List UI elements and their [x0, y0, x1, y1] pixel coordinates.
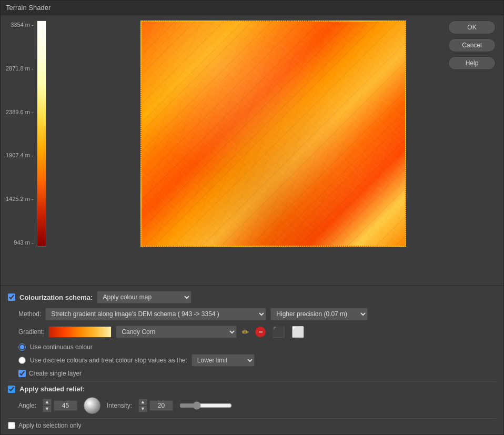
angle-label: Angle: — [18, 402, 36, 409]
preview-area — [116, 15, 440, 285]
import-gradient-button[interactable]: ⬛ — [271, 325, 286, 339]
remove-gradient-button[interactable]: − — [254, 326, 267, 338]
angle-input[interactable] — [54, 400, 77, 411]
import-icon: ⬛ — [272, 326, 285, 338]
method-row: Method: Stretch gradient along image's D… — [18, 308, 496, 320]
intensity-input[interactable] — [149, 400, 173, 411]
color-scale: 3354 m - 2871.8 m - 2389.6 m - 1907.4 m … — [6, 21, 116, 247]
discrete-label: Use discrete colours and treat colour st… — [30, 357, 187, 364]
shaded-relief-label: Apply shaded relief: — [19, 385, 85, 393]
discrete-radio-row: Use discrete colours and treat colour st… — [18, 354, 496, 367]
angle-arrows: ▲ ▼ — [43, 399, 52, 412]
scale-label-4: 1425.2 m - — [6, 196, 34, 202]
right-panel: OK Cancel Help — [440, 15, 503, 285]
scale-label-2: 2389.6 m - — [6, 109, 34, 115]
scale-bar — [37, 21, 46, 247]
divider — [8, 381, 496, 382]
terrain-shader-window: Terrain Shader 3354 m - 2871.8 m - 2389.… — [0, 0, 504, 435]
shaded-relief-header: Apply shaded relief: — [8, 385, 496, 393]
divider2 — [8, 418, 496, 419]
gradient-preview — [48, 326, 112, 338]
intensity-up[interactable]: ▲ — [138, 399, 147, 406]
method-label: Method: — [18, 310, 41, 318]
single-layer-label: Create single layer — [29, 370, 82, 377]
pencil-icon: ✏ — [242, 327, 249, 337]
main-content: 3354 m - 2871.8 m - 2389.6 m - 1907.4 m … — [1, 15, 503, 285]
intensity-down[interactable]: ▼ — [138, 406, 147, 412]
ok-button[interactable]: OK — [448, 21, 496, 34]
lower-limit-select[interactable]: Lower limit Upper limit Exact value — [191, 354, 255, 367]
edit-gradient-button[interactable]: ✏ — [241, 326, 250, 338]
left-panel: 3354 m - 2871.8 m - 2389.6 m - 1907.4 m … — [1, 15, 116, 285]
scale-label-0: 3354 m - — [6, 22, 34, 28]
method-select[interactable]: Stretch gradient along image's DEM schem… — [45, 308, 266, 320]
scale-label-3: 1907.4 m - — [6, 152, 34, 158]
minus-red-icon: − — [255, 327, 266, 337]
single-layer-row: Create single layer — [18, 370, 496, 377]
precision-select[interactable]: Higher precision (0.07 m) Lower precisio… — [270, 308, 368, 320]
angle-up[interactable]: ▲ — [43, 399, 52, 406]
export-gradient-button[interactable]: ⬜ — [290, 325, 306, 339]
shaded-relief-checkbox[interactable] — [8, 386, 15, 393]
title-bar: Terrain Shader — [1, 1, 503, 15]
window-title: Terrain Shader — [6, 4, 51, 12]
colourization-header: Colourization schema: Apply colour map S… — [8, 291, 496, 304]
single-layer-checkbox[interactable] — [18, 370, 26, 377]
intensity-slider-container — [179, 401, 232, 410]
gradient-select[interactable]: Candy Corn Hot Rainbow Greyscale — [116, 326, 237, 338]
apply-selection-checkbox[interactable] — [8, 422, 15, 429]
scale-labels: 3354 m - 2871.8 m - 2389.6 m - 1907.4 m … — [6, 21, 34, 247]
direction-ball — [84, 397, 100, 414]
discrete-radio[interactable] — [18, 357, 26, 364]
gradient-row: Gradient: Candy Corn Hot Rainbow Greysca… — [18, 325, 496, 339]
colourization-label: Colourization schema: — [19, 294, 93, 301]
angle-down[interactable]: ▼ — [43, 406, 52, 412]
continuous-label: Use continuous colour — [30, 343, 93, 351]
intensity-slider[interactable] — [179, 401, 232, 410]
scale-label-1: 2871.8 m - — [6, 65, 34, 72]
terrain-inner — [142, 22, 405, 246]
angle-intensity-row: Angle: ▲ ▼ Intensity: ▲ ▼ — [18, 397, 496, 414]
intensity-label: Intensity: — [107, 402, 132, 409]
selection-row: Apply to selection only — [8, 422, 496, 429]
colourization-checkbox[interactable] — [8, 294, 15, 301]
apply-selection-label: Apply to selection only — [18, 422, 81, 429]
export-icon: ⬜ — [291, 326, 305, 338]
colourization-schema-select[interactable]: Apply colour map Single colour Pseudocol… — [97, 291, 191, 304]
terrain-preview — [140, 21, 406, 247]
continuous-radio[interactable] — [18, 343, 26, 351]
angle-spinner: ▲ ▼ — [43, 399, 77, 412]
scale-label-5: 943 m - — [6, 239, 34, 246]
intensity-spinner: ▲ ▼ — [138, 399, 173, 412]
gradient-label: Gradient: — [18, 328, 44, 336]
controls-panel: Colourization schema: Apply colour map S… — [1, 285, 503, 434]
continuous-radio-row: Use continuous colour — [18, 343, 496, 351]
intensity-arrows: ▲ ▼ — [138, 399, 147, 412]
help-button[interactable]: Help — [448, 56, 496, 70]
cancel-button[interactable]: Cancel — [448, 38, 496, 52]
